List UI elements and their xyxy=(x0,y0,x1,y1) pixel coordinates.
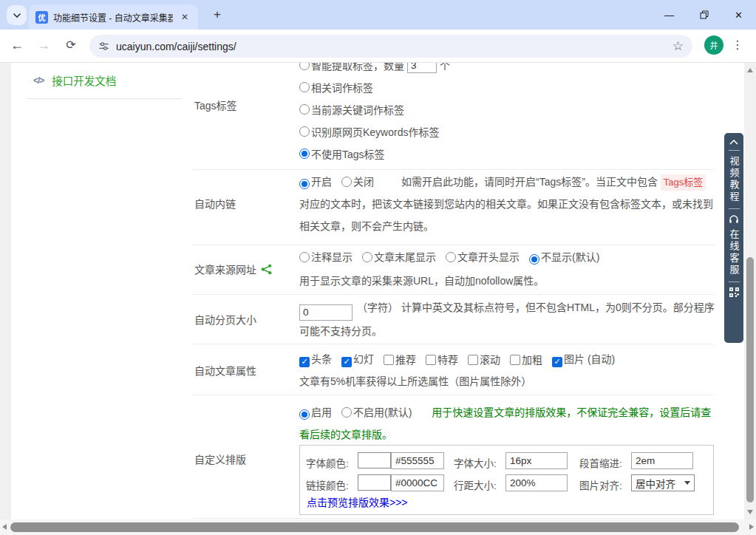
checkbox-recommend[interactable] xyxy=(384,355,394,365)
address-bar[interactable]: ucaiyun.com/caiji/settings/ ☆ xyxy=(89,35,692,58)
radio-autolink-on[interactable] xyxy=(299,179,310,189)
horizontal-scrollbar[interactable] xyxy=(0,519,756,535)
attr-option[interactable]: 滚动 xyxy=(468,352,500,367)
option-label[interactable]: 当前源关键词作标签 xyxy=(311,102,404,117)
checkbox-scroll[interactable] xyxy=(468,355,478,365)
link-color-picker[interactable] xyxy=(358,474,391,491)
font-color-picker[interactable] xyxy=(358,452,391,468)
tags-option-source-keyword[interactable]: 当前源关键词作标签 xyxy=(299,99,404,120)
video-tutorial-button[interactable]: 视频教程 xyxy=(729,156,739,203)
attr-option[interactable]: 特荐 xyxy=(426,352,458,367)
vertical-scroll-thumb[interactable] xyxy=(746,257,754,502)
option-label[interactable]: 注释显示 xyxy=(311,251,353,263)
tags-option-related[interactable]: 相关词作标签 xyxy=(299,77,373,98)
radio-layout-on[interactable] xyxy=(299,409,310,420)
close-window-button[interactable]: ✕ xyxy=(721,0,756,30)
bookmark-star-icon[interactable]: ☆ xyxy=(672,38,684,54)
reload-icon[interactable]: ⟳ xyxy=(61,37,81,53)
back-icon[interactable]: ← xyxy=(7,37,27,53)
option-label[interactable]: 滚动 xyxy=(480,354,500,366)
source-option[interactable]: 注释显示 xyxy=(299,249,353,264)
attr-option[interactable]: 推荐 xyxy=(384,352,416,367)
tag-count-input[interactable] xyxy=(407,63,437,73)
image-align-select[interactable]: 居中对齐 xyxy=(631,474,695,491)
checkbox-slide[interactable] xyxy=(341,357,352,367)
option-label[interactable]: 文章末尾显示 xyxy=(374,251,436,263)
source-option[interactable]: 文章末尾显示 xyxy=(362,249,436,264)
option-label[interactable]: 不使用Tags标签 xyxy=(311,146,385,161)
attr-option[interactable]: 加粗 xyxy=(510,352,542,367)
attr-option[interactable]: 头条 xyxy=(299,351,332,367)
radio-comment-show[interactable] xyxy=(299,252,310,262)
option-label[interactable]: 特荐 xyxy=(437,354,458,366)
option-label[interactable]: 推荐 xyxy=(395,354,416,366)
layout-on-option[interactable]: 启用 xyxy=(299,406,332,418)
scroll-left-arrow[interactable] xyxy=(2,524,7,530)
option-label[interactable]: 关闭 xyxy=(353,176,374,188)
site-settings-icon[interactable] xyxy=(98,41,109,52)
radio-article-start[interactable] xyxy=(446,252,456,262)
tab-close-icon[interactable]: ✕ xyxy=(178,11,191,23)
radio-related-words[interactable] xyxy=(299,82,310,92)
layout-off-option[interactable]: 不启用(默认) xyxy=(341,406,412,418)
tab-search-button[interactable] xyxy=(7,5,27,25)
option-label[interactable]: 头条 xyxy=(311,353,332,365)
radio-no-tags[interactable] xyxy=(299,149,310,159)
link-color-input[interactable] xyxy=(391,474,444,491)
radio-smart-tags[interactable] xyxy=(299,63,310,70)
scroll-up-arrow[interactable] xyxy=(747,68,753,72)
collapse-button[interactable] xyxy=(729,140,738,145)
scroll-down-arrow[interactable] xyxy=(747,510,753,514)
autolink-on-option[interactable]: 开启 xyxy=(299,176,332,188)
sidebar-item-dev-doc[interactable]: </> 接口开发文档 xyxy=(33,72,116,88)
radio-layout-off[interactable] xyxy=(341,407,352,418)
option-label[interactable]: 文章开头显示 xyxy=(457,251,520,263)
url-text[interactable]: ucaiyun.com/caiji/settings/ xyxy=(116,41,236,52)
sidebar-item-label[interactable]: 接口开发文档 xyxy=(52,72,116,88)
browser-tab[interactable]: 优 功能细节设置 - 自动文章采集器 ✕ xyxy=(29,4,198,30)
checkbox-bold[interactable] xyxy=(510,355,520,365)
attr-option[interactable]: 幻灯 xyxy=(341,351,374,367)
radio-autolink-off[interactable] xyxy=(341,177,352,187)
new-tab-button[interactable]: + xyxy=(209,7,225,23)
line-height-input[interactable] xyxy=(505,474,568,491)
option-label[interactable]: 识别原网页Keywords作标签 xyxy=(311,124,439,139)
option-label[interactable]: 相关词作标签 xyxy=(311,80,373,95)
tags-option-none[interactable]: 不使用Tags标签 xyxy=(299,143,385,164)
tags-option-page-keywords[interactable]: 识别原网页Keywords作标签 xyxy=(299,121,439,142)
font-color-input[interactable] xyxy=(391,452,444,469)
autolink-off-option[interactable]: 关闭 xyxy=(341,176,374,188)
option-label[interactable]: 不显示(默认) xyxy=(541,251,599,263)
option-label[interactable]: 加粗 xyxy=(522,354,542,366)
option-label[interactable]: 幻灯 xyxy=(353,353,374,365)
checkbox-headline[interactable] xyxy=(299,357,310,367)
radio-no-show[interactable] xyxy=(529,254,539,265)
radio-page-keywords[interactable] xyxy=(299,126,310,137)
restore-button[interactable] xyxy=(687,0,721,30)
font-size-input[interactable] xyxy=(505,452,568,469)
source-option[interactable]: 不显示(默认) xyxy=(529,249,599,265)
horizontal-scroll-thumb[interactable] xyxy=(10,522,739,532)
option-label[interactable]: 不启用(默认) xyxy=(353,406,412,418)
tags-option-smart[interactable]: 智能提取标签，数量 个 xyxy=(299,63,450,75)
headset-icon[interactable] xyxy=(729,214,739,224)
checkbox-special[interactable] xyxy=(426,355,436,365)
vertical-scrollbar[interactable] xyxy=(744,63,756,519)
browser-menu-icon[interactable]: ⋮ xyxy=(726,36,749,53)
option-label[interactable]: 智能提取标签，数量 xyxy=(311,63,404,72)
preview-layout-link[interactable]: 点击预览排版效果>>> xyxy=(307,494,408,509)
scroll-right-arrow[interactable] xyxy=(749,524,754,530)
minimize-button[interactable]: — xyxy=(652,0,687,30)
online-service-button[interactable]: 在线客服 xyxy=(729,229,739,276)
option-label[interactable]: 启用 xyxy=(311,406,332,418)
checkbox-image-auto[interactable] xyxy=(552,357,562,367)
indent-input[interactable] xyxy=(631,452,693,469)
page-size-input[interactable] xyxy=(299,304,353,321)
attr-option[interactable]: 图片 (自动) xyxy=(552,351,615,367)
option-label[interactable]: 开启 xyxy=(311,176,332,188)
profile-avatar[interactable]: 井 xyxy=(704,35,723,55)
option-label[interactable]: 图片 (自动) xyxy=(564,353,615,365)
radio-article-end[interactable] xyxy=(362,252,372,262)
forward-icon[interactable]: → xyxy=(34,37,53,53)
source-option[interactable]: 文章开头显示 xyxy=(446,249,520,264)
